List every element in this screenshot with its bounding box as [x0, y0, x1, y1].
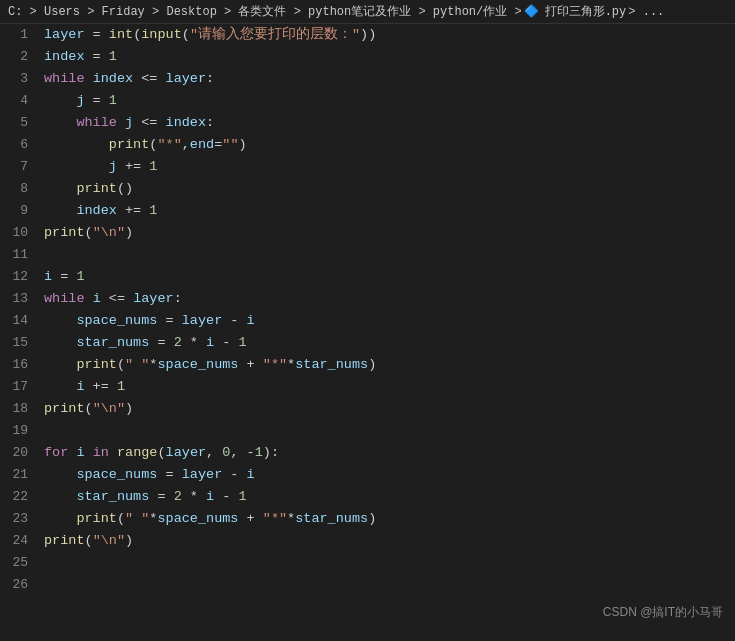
token-str: " " [125, 357, 149, 372]
line-content: for i in range(layer, 0, -1): [40, 442, 735, 464]
code-line: 19 [0, 420, 735, 442]
code-line: 9 index += 1 [0, 200, 735, 222]
line-number: 8 [0, 178, 40, 200]
token-var: star_nums [76, 489, 149, 504]
token-op: ( [85, 533, 93, 548]
token-var: layer [182, 467, 223, 482]
code-line: 12i = 1 [0, 266, 735, 288]
token-op: , [230, 445, 246, 460]
token-fn: range [117, 445, 158, 460]
token-kw: while [44, 291, 85, 306]
code-line: 3while index <= layer: [0, 68, 735, 90]
token-plain [44, 137, 109, 152]
line-content: while index <= layer: [40, 68, 735, 90]
token-op: : [174, 291, 182, 306]
code-line: 14 space_nums = layer - i [0, 310, 735, 332]
code-line: 15 star_nums = 2 * i - 1 [0, 332, 735, 354]
token-num: 1 [117, 379, 125, 394]
token-str: "\n" [93, 401, 125, 416]
line-content: i += 1 [40, 376, 735, 398]
token-str: " " [125, 511, 149, 526]
token-var: index [93, 71, 134, 86]
token-var: layer [166, 445, 207, 460]
line-number: 26 [0, 574, 40, 596]
code-line: 18print("\n") [0, 398, 735, 420]
token-var: end [190, 137, 214, 152]
line-content: layer = int(input("请输入您要打印的层数：")) [40, 24, 735, 46]
token-kw: in [93, 445, 109, 460]
token-kw: while [44, 71, 85, 86]
token-fn: input [141, 27, 182, 42]
token-num: 1 [109, 93, 117, 108]
line-number: 11 [0, 244, 40, 266]
code-line: 21 space_nums = layer - i [0, 464, 735, 486]
token-op: () [117, 181, 133, 196]
token-var: space_nums [76, 313, 157, 328]
line-content: star_nums = 2 * i - 1 [40, 332, 735, 354]
token-op: += [117, 159, 149, 174]
token-fn: print [76, 511, 117, 526]
token-plain [44, 511, 76, 526]
line-content: while i <= layer: [40, 288, 735, 310]
token-var: i [93, 291, 101, 306]
token-op: ) [368, 357, 376, 372]
token-num: 1 [149, 159, 157, 174]
line-number: 21 [0, 464, 40, 486]
token-op: ) [125, 225, 133, 240]
line-content: space_nums = layer - i [40, 310, 735, 332]
code-line: 8 print() [0, 178, 735, 200]
token-op: ) [125, 401, 133, 416]
line-number: 18 [0, 398, 40, 420]
line-content: while j <= index: [40, 112, 735, 134]
token-var: i [206, 489, 214, 504]
token-op: * [182, 335, 206, 350]
token-fn: print [44, 401, 85, 416]
line-number: 20 [0, 442, 40, 464]
token-num: 1 [238, 335, 246, 350]
line-content: i = 1 [40, 266, 735, 288]
code-line: 22 star_nums = 2 * i - 1 [0, 486, 735, 508]
token-op: = [85, 49, 109, 64]
line-number: 1 [0, 24, 40, 46]
token-op: = [157, 467, 181, 482]
breadcrumb-suffix: > ... [628, 5, 664, 19]
code-line: 26 [0, 574, 735, 596]
token-op: - [247, 445, 255, 460]
breadcrumb-file: 打印三角形.py [545, 3, 627, 20]
code-line: 20for i in range(layer, 0, -1): [0, 442, 735, 464]
token-var: i [76, 445, 84, 460]
token-plain [44, 159, 109, 174]
token-op: : [206, 71, 214, 86]
breadcrumb-path: C: > Users > Friday > Desktop > 各类文件 > p… [8, 3, 522, 20]
token-str: "" [222, 137, 238, 152]
token-str: "\n" [93, 225, 125, 240]
token-var: index [44, 49, 85, 64]
token-op: - [214, 335, 238, 350]
token-plain [85, 445, 93, 460]
token-op: + [238, 357, 262, 372]
token-var: j [125, 115, 133, 130]
token-op: = [149, 335, 173, 350]
token-str: "*" [157, 137, 181, 152]
token-var: space_nums [157, 357, 238, 372]
token-op: = [85, 27, 109, 42]
code-line: 23 print(" "*space_nums + "*"*star_nums) [0, 508, 735, 530]
token-op: * [182, 489, 206, 504]
token-var: i [76, 379, 84, 394]
file-icon: 🔷 [524, 4, 539, 19]
token-var: star_nums [76, 335, 149, 350]
token-plain [44, 489, 76, 504]
token-op: = [149, 489, 173, 504]
token-op: - [222, 313, 246, 328]
token-var: index [166, 115, 207, 130]
token-fn: print [76, 181, 117, 196]
token-num: 1 [76, 269, 84, 284]
line-content: index += 1 [40, 200, 735, 222]
line-content: j += 1 [40, 156, 735, 178]
token-op: ( [85, 225, 93, 240]
line-content: print() [40, 178, 735, 200]
token-var: i [206, 335, 214, 350]
token-plain [44, 181, 76, 196]
code-line: 13while i <= layer: [0, 288, 735, 310]
token-op: = [157, 313, 181, 328]
